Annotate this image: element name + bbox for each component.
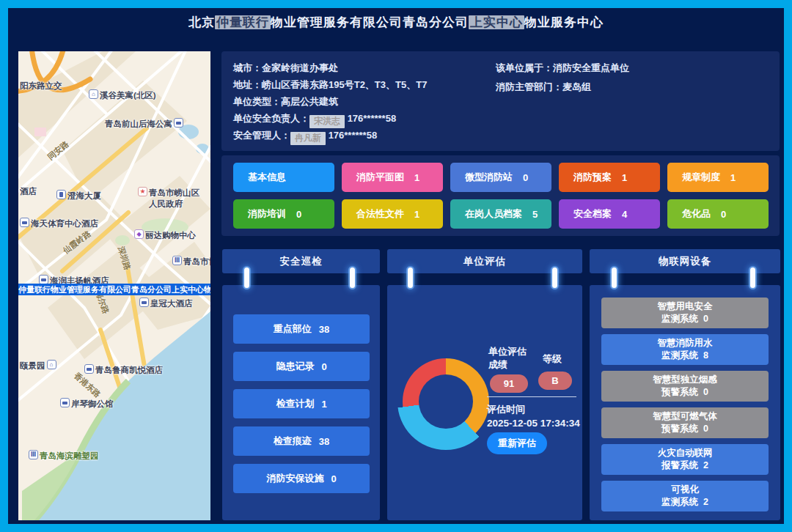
evaluation-time-value: 2025-12-05 17:34:34 [487, 418, 580, 429]
panel-pin [612, 267, 617, 288]
info-city: 城市：金家岭街道办事处 [233, 62, 338, 75]
map-poi: Ⅲ青岛海滨雕塑园 [29, 451, 99, 462]
button-gas-detector-warning[interactable]: 智慧型可燃气体预警系统 0 [601, 407, 769, 438]
unit-evaluation-body: 单位评估成绩 等级 91 B 评估时间 2025-12-05 17:34:34 … [387, 285, 582, 520]
map-poi: ◆丽达购物中心 [134, 230, 196, 241]
home-icon: ⌂ [47, 360, 56, 369]
hotel-icon [84, 364, 94, 374]
score-badge: 91 [490, 374, 528, 393]
button-basic-info[interactable]: 基本信息 [233, 163, 334, 192]
panel-pin [350, 267, 355, 288]
safety-patrol-body: 重点部位38 隐患记录0 检查计划1 检查痕迹38 消防安保设施0 [222, 285, 380, 520]
location-map[interactable]: 阳东路立交 ⌂溪谷美寓(北区) 青岛前山后海公寓 酒店 澄海大厦 ★青岛市崂山区… [18, 51, 210, 520]
button-staff-files[interactable]: 在岗人员档案5 [450, 199, 551, 229]
unit-evaluation-panel: 单位评估 单位评估成绩 等级 91 B 评估时间 2025-12-05 17:3… [387, 249, 582, 520]
map-poi: 酒店 [20, 186, 37, 197]
safety-patrol-panel: 安全巡检 重点部位38 隐患记录0 检查计划1 检查痕迹38 消防安保设施0 [222, 249, 380, 520]
info-safety-head: 单位安全负责人：宋洪志 176******58 [233, 112, 396, 128]
page-title: 北京仲量联行物业管理服务有限公司青岛分公司上实中心物业服务中心 [0, 14, 792, 31]
info-unit-type: 单位类型：高层公共建筑 [233, 95, 338, 108]
hotel-icon [60, 398, 70, 407]
iot-devices-body: 智慧用电安全监测系统 0 智慧消防用水监测系统 8 智慧型独立烟感预警系统 0 … [590, 285, 780, 520]
map-poi: 青岛前山后海公寓 [105, 119, 183, 130]
info-safety-manager: 安全管理人：冉凡新 176******58 [233, 129, 377, 145]
grade-label: 等级 [543, 352, 562, 366]
evaluation-time-label: 评估时间 [487, 403, 525, 416]
button-smart-fire-water-monitor[interactable]: 智慧消防用水监测系统 8 [601, 334, 769, 365]
map-poi: 皇冠大酒店 [139, 298, 193, 309]
button-safety-files[interactable]: 安全档案4 [559, 199, 660, 229]
evaluation-donut-hole [419, 374, 473, 429]
hotel-icon [174, 118, 183, 128]
score-label: 单位评估成绩 [488, 345, 527, 372]
button-hazardous-chemicals[interactable]: 危化品0 [667, 199, 769, 229]
title-redaction: 仲量联行 [215, 15, 271, 29]
button-fire-predef-plan[interactable]: 消防预案1 [559, 163, 660, 192]
button-micro-fire-station[interactable]: 微型消防站0 [450, 163, 551, 192]
button-key-locations[interactable]: 重点部位38 [233, 314, 370, 344]
title-redaction: 上实中心 [469, 15, 524, 29]
shopping-icon: ◆ [134, 229, 144, 239]
button-smart-electric-monitor[interactable]: 智慧用电安全监测系统 0 [601, 298, 769, 328]
button-fire-auto-alarm-network[interactable]: 火灾自动联网报警系统 2 [601, 444, 769, 475]
grade-badge: B [538, 372, 572, 390]
map-poi: 岸琴御公馆 [60, 399, 114, 410]
info-belongs: 该单位属于：消防安全重点单位 [496, 62, 629, 75]
map-poi: Ⅲ青岛市博 [172, 256, 210, 267]
info-dept: 消防主管部门：麦岛组 [496, 81, 591, 94]
map-poi: ★青岛市崂山区人民政府 [138, 188, 199, 210]
divider [487, 396, 576, 397]
button-fire-plan-map[interactable]: 消防平面图1 [342, 163, 443, 192]
button-legal-files[interactable]: 合法性文件1 [342, 199, 443, 229]
museum-icon: Ⅲ [29, 450, 38, 459]
building-icon [56, 190, 66, 199]
button-hazard-records[interactable]: 隐患记录0 [233, 352, 370, 381]
hotel-icon [139, 298, 149, 307]
panel-pin [244, 267, 249, 288]
unit-info-panel: 城市：金家岭街道办事处 地址：崂山区香港东路195号T2、T3、T5、T7 单位… [221, 51, 780, 151]
button-smoke-detector-warning[interactable]: 智慧型独立烟感预警系统 0 [601, 371, 769, 402]
map-poi: 颐景园⌂ [20, 361, 56, 372]
button-inspection-traces[interactable]: 检查痕迹38 [233, 426, 370, 456]
map-company-banner: 仲量联行物业管理服务有限公司青岛分公司上实中心物业服 [18, 284, 210, 295]
map-poi: 阳东路立交 [20, 81, 62, 92]
panel-pin [552, 267, 557, 288]
home-icon: ⌂ [89, 89, 98, 99]
name-redaction: 宋洪志 [309, 115, 345, 128]
stat-buttons-panel: 基本信息 消防平面图1 微型消防站0 消防预案1 规章制度1 消防培训0 合法性… [221, 155, 780, 236]
iot-devices-panel: 物联网设备 智慧用电安全监测系统 0 智慧消防用水监测系统 8 智慧型独立烟感预… [590, 249, 780, 520]
re-evaluate-button[interactable]: 重新评估 [487, 432, 547, 454]
title-part: 北京 [188, 15, 215, 29]
title-part: 物业管理服务有限公司青岛分公司 [271, 15, 469, 29]
name-redaction: 冉凡新 [290, 132, 326, 145]
hotel-icon [20, 218, 29, 227]
button-fire-security-facilities[interactable]: 消防安保设施0 [233, 464, 370, 493]
map-poi: 青岛鲁商凯悦酒店 [84, 365, 163, 376]
government-star-icon: ★ [138, 187, 147, 196]
map-poi: ⌂溪谷美寓(北区) [89, 90, 156, 101]
title-part: 物业服务中心 [524, 15, 604, 29]
map-poi: 澄海大厦 [56, 191, 101, 202]
dashboard-screen: 北京仲量联行物业管理服务有限公司青岛分公司上实中心物业服务中心 [0, 0, 792, 532]
panel-pin [750, 267, 755, 288]
button-rules[interactable]: 规章制度1 [667, 163, 769, 192]
button-visual-monitor-system[interactable]: 可视化监测系统 2 [601, 481, 769, 511]
button-fire-training[interactable]: 消防培训0 [233, 199, 334, 229]
button-inspection-plan[interactable]: 检查计划1 [233, 389, 370, 418]
info-address: 地址：崂山区香港东路195号T2、T3、T5、T7 [233, 78, 427, 92]
panel-pin [408, 267, 413, 288]
museum-icon: Ⅲ [172, 256, 182, 265]
